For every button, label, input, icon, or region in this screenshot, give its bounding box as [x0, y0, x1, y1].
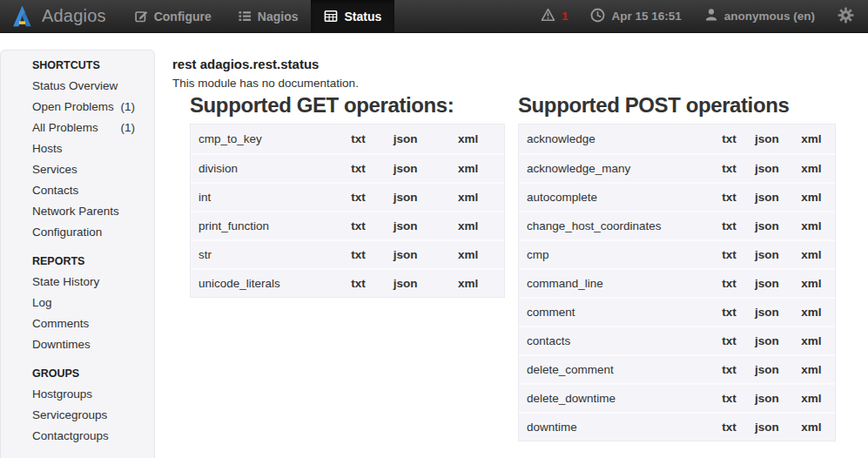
- sidebar-item-contacts[interactable]: Contacts: [1, 180, 154, 201]
- txt-link[interactable]: txt: [351, 277, 366, 290]
- json-link[interactable]: json: [394, 219, 418, 232]
- json-link[interactable]: json: [394, 162, 418, 175]
- xml-link[interactable]: xml: [801, 277, 821, 290]
- sidebar-section-title: SHORTCUTS: [32, 59, 154, 71]
- json-link[interactable]: json: [755, 248, 779, 261]
- txt-link[interactable]: txt: [722, 248, 737, 261]
- xml-link[interactable]: xml: [801, 132, 821, 145]
- navbar-item-status[interactable]: Status: [311, 0, 394, 32]
- sidebar-item-open-problems[interactable]: Open Problems(1): [1, 97, 154, 118]
- format-cell: txt: [338, 125, 379, 153]
- format-cell: json: [746, 354, 787, 383]
- json-link[interactable]: json: [755, 277, 779, 290]
- txt-link[interactable]: txt: [351, 191, 366, 204]
- txt-link[interactable]: txt: [351, 248, 366, 261]
- txt-link[interactable]: txt: [351, 132, 366, 145]
- format-cell: xml: [788, 412, 835, 441]
- operation-name: cmp: [519, 239, 711, 268]
- txt-link[interactable]: txt: [722, 306, 737, 319]
- json-link[interactable]: json: [394, 191, 418, 204]
- txt-link[interactable]: txt: [722, 421, 737, 434]
- json-link[interactable]: json: [755, 392, 779, 405]
- txt-link[interactable]: txt: [722, 277, 737, 290]
- navbar-item-configure[interactable]: Configure: [122, 0, 225, 32]
- sidebar-item-label: Hostgroups: [32, 384, 92, 405]
- navbar-menu: ConfigureNagiosStatus: [122, 0, 395, 32]
- sidebar-item-status-overview[interactable]: Status Overview: [1, 76, 154, 97]
- format-cell: txt: [338, 182, 379, 211]
- datetime-label: Apr 15 16:51: [611, 10, 681, 23]
- sidebar-item-all-problems[interactable]: All Problems(1): [1, 118, 154, 138]
- xml-link[interactable]: xml: [801, 306, 821, 319]
- operation-row: cmptxtjsonxml: [519, 239, 835, 268]
- txt-link[interactable]: txt: [722, 334, 737, 347]
- user-menu[interactable]: anonymous (en): [704, 8, 815, 24]
- xml-link[interactable]: xml: [458, 277, 478, 290]
- xml-link[interactable]: xml: [801, 363, 821, 376]
- xml-link[interactable]: xml: [801, 248, 821, 261]
- xml-link[interactable]: xml: [801, 219, 821, 232]
- sidebar-item-servicegroups[interactable]: Servicegroups: [1, 405, 154, 426]
- xml-link[interactable]: xml: [458, 219, 478, 232]
- sidebar-item-downtimes[interactable]: Downtimes: [1, 334, 154, 355]
- txt-link[interactable]: txt: [722, 191, 737, 204]
- settings-button[interactable]: [838, 7, 854, 26]
- format-cell: json: [746, 211, 787, 239]
- format-cell: json: [746, 383, 787, 412]
- sidebar-item-hostgroups[interactable]: Hostgroups: [1, 384, 154, 405]
- xml-link[interactable]: xml: [458, 132, 478, 145]
- xml-link[interactable]: xml: [801, 421, 821, 434]
- navbar-item-nagios[interactable]: Nagios: [225, 0, 312, 32]
- txt-link[interactable]: txt: [351, 219, 366, 232]
- format-cell: xml: [432, 239, 504, 268]
- sidebar-item-hosts[interactable]: Hosts: [1, 138, 154, 159]
- sidebar-item-configuration[interactable]: Configuration: [1, 222, 154, 243]
- txt-link[interactable]: txt: [722, 132, 737, 145]
- xml-link[interactable]: xml: [458, 162, 478, 175]
- json-link[interactable]: json: [755, 191, 779, 204]
- sidebar-item-services[interactable]: Services: [1, 159, 154, 180]
- txt-link[interactable]: txt: [722, 219, 737, 232]
- main-content: rest adagios.rest.status This module has…: [172, 33, 868, 458]
- json-link[interactable]: json: [394, 248, 418, 261]
- xml-link[interactable]: xml: [458, 248, 478, 261]
- json-link[interactable]: json: [755, 334, 779, 347]
- json-link[interactable]: json: [755, 132, 779, 145]
- json-link[interactable]: json: [755, 363, 779, 376]
- operation-name: print_function: [191, 211, 338, 239]
- operation-row: delete_downtimetxtjsonxml: [519, 383, 835, 412]
- user-icon: [704, 8, 718, 24]
- json-link[interactable]: json: [755, 306, 779, 319]
- operation-name: acknowledge: [519, 125, 711, 153]
- json-link[interactable]: json: [755, 162, 779, 175]
- json-link[interactable]: json: [394, 132, 418, 145]
- xml-link[interactable]: xml: [801, 162, 821, 175]
- alerts-indicator[interactable]: 1: [541, 8, 569, 24]
- txt-link[interactable]: txt: [722, 363, 737, 376]
- brand-home-link[interactable]: Adagios: [0, 0, 122, 32]
- txt-link[interactable]: txt: [722, 162, 737, 175]
- clock-indicator[interactable]: Apr 15 16:51: [590, 8, 681, 25]
- format-cell: txt: [711, 383, 746, 412]
- sidebar-item-network-parents[interactable]: Network Parents: [1, 201, 154, 222]
- sidebar-item-comments[interactable]: Comments: [1, 313, 154, 334]
- format-cell: txt: [711, 125, 746, 153]
- json-link[interactable]: json: [755, 421, 779, 434]
- operation-name: str: [191, 239, 338, 268]
- operation-name: cmp_to_key: [191, 125, 338, 153]
- xml-link[interactable]: xml: [801, 392, 821, 405]
- xml-link[interactable]: xml: [801, 191, 821, 204]
- txt-link[interactable]: txt: [722, 392, 737, 405]
- json-link[interactable]: json: [755, 219, 779, 232]
- txt-link[interactable]: txt: [351, 162, 366, 175]
- sidebar-item-log[interactable]: Log: [1, 293, 154, 313]
- format-cell: xml: [788, 268, 835, 297]
- sidebar-item-contactgroups[interactable]: Contactgroups: [1, 426, 154, 447]
- sidebar-item-state-history[interactable]: State History: [1, 272, 154, 293]
- sidebar-section-title: GROUPS: [32, 367, 154, 380]
- operation-row: unicode_literalstxtjsonxml: [191, 268, 504, 297]
- json-link[interactable]: json: [394, 277, 418, 290]
- xml-link[interactable]: xml: [801, 334, 821, 347]
- xml-link[interactable]: xml: [458, 191, 478, 204]
- get-operations-table: cmp_to_keytxtjsonxmldivisiontxtjsonxmlin…: [190, 124, 505, 298]
